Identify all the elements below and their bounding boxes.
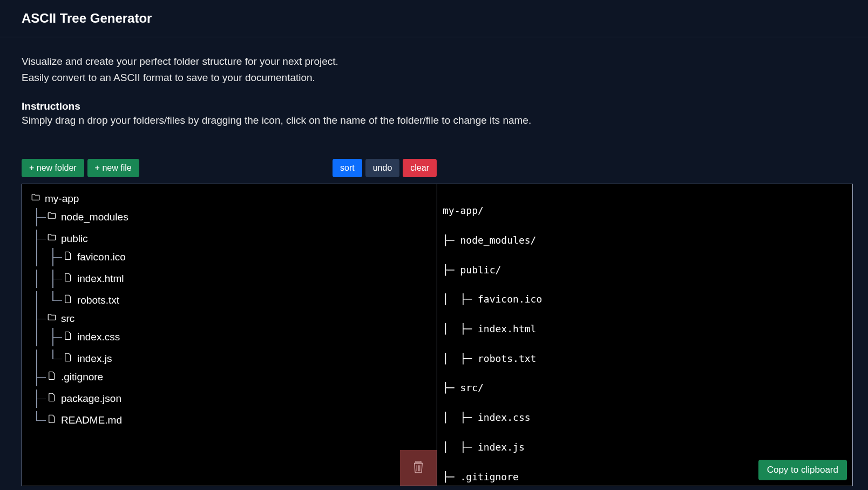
trash-dropzone[interactable]: [400, 450, 437, 486]
file-icon: [47, 414, 57, 426]
ascii-line: my-app/: [443, 203, 847, 218]
folder-icon: [47, 211, 57, 223]
file-icon: [63, 272, 73, 285]
instructions-heading: Instructions: [22, 100, 846, 112]
file-icon: [63, 352, 73, 365]
intro-text: Visualize and create your perfect folder…: [22, 53, 846, 86]
undo-button[interactable]: undo: [365, 159, 400, 177]
ascii-line: ├─ src/: [443, 380, 847, 395]
tree-label[interactable]: favicon.ico: [77, 251, 126, 263]
folder-icon: [31, 192, 40, 205]
toolbar: + new folder + new file sort undo clear: [22, 159, 437, 177]
ascii-line: │ ├─ index.css: [443, 410, 847, 425]
editor-panels: my-app node_modules public: [22, 184, 853, 486]
ascii-line: │ ├─ robots.txt: [443, 351, 847, 366]
ascii-line: │ ├─ index.js: [443, 440, 847, 454]
clear-button[interactable]: clear: [403, 159, 437, 177]
ascii-line: ├─ public/: [443, 263, 847, 277]
tree-item-root[interactable]: my-app: [31, 190, 428, 208]
folder-icon: [47, 232, 57, 245]
page-title: ASCII Tree Generator: [22, 11, 846, 26]
ascii-line: │ ├─ favicon.ico: [443, 292, 847, 306]
ascii-output-panel: my-app/ ├─ node_modules/ ├─ public/ │ ├─…: [437, 184, 852, 486]
tree-item-file[interactable]: index.css: [31, 328, 428, 346]
tree-item-file[interactable]: index.html: [31, 270, 428, 288]
tree-item-file[interactable]: package.json: [31, 390, 428, 408]
file-icon: [63, 331, 73, 343]
tree-item-folder[interactable]: src: [31, 310, 428, 328]
tree-item-file[interactable]: favicon.ico: [31, 248, 428, 266]
file-icon: [63, 251, 73, 263]
ascii-line: ├─ node_modules/: [443, 233, 847, 247]
tree-label[interactable]: public: [61, 233, 88, 245]
tree-item-folder[interactable]: node_modules: [31, 208, 428, 226]
copy-to-clipboard-button[interactable]: Copy to clipboard: [758, 460, 847, 480]
tree-label[interactable]: index.html: [77, 273, 124, 285]
ascii-line: │ ├─ index.html: [443, 321, 847, 336]
new-folder-button[interactable]: + new folder: [22, 159, 84, 177]
tree-item-folder[interactable]: public: [31, 230, 428, 248]
tree-label[interactable]: my-app: [45, 193, 79, 205]
app-header: ASCII Tree Generator: [0, 0, 868, 37]
trash-icon: [412, 459, 424, 476]
tree-label[interactable]: node_modules: [61, 211, 128, 223]
tree-item-file[interactable]: robots.txt: [31, 291, 428, 310]
folder-icon: [47, 312, 57, 325]
tree-editor-panel: my-app node_modules public: [22, 184, 437, 486]
tree-label[interactable]: robots.txt: [77, 294, 119, 306]
new-file-button[interactable]: + new file: [87, 159, 139, 177]
tree-item-file[interactable]: .gitignore: [31, 368, 428, 386]
tree-item-file[interactable]: README.md: [31, 411, 428, 429]
tree-label[interactable]: .gitignore: [61, 371, 103, 383]
tree-label[interactable]: index.css: [77, 331, 120, 343]
tree-label[interactable]: src: [61, 313, 74, 325]
tree-label[interactable]: package.json: [61, 393, 121, 405]
file-icon: [47, 371, 57, 383]
instructions-body: Simply drag n drop your folders/files by…: [22, 115, 846, 126]
tree-label[interactable]: index.js: [77, 353, 112, 365]
tree-item-file[interactable]: index.js: [31, 350, 428, 368]
file-icon: [47, 392, 57, 405]
main-content: Visualize and create your perfect folder…: [0, 37, 868, 490]
file-icon: [63, 294, 73, 306]
tree-label[interactable]: README.md: [61, 414, 122, 426]
sort-button[interactable]: sort: [333, 159, 362, 177]
